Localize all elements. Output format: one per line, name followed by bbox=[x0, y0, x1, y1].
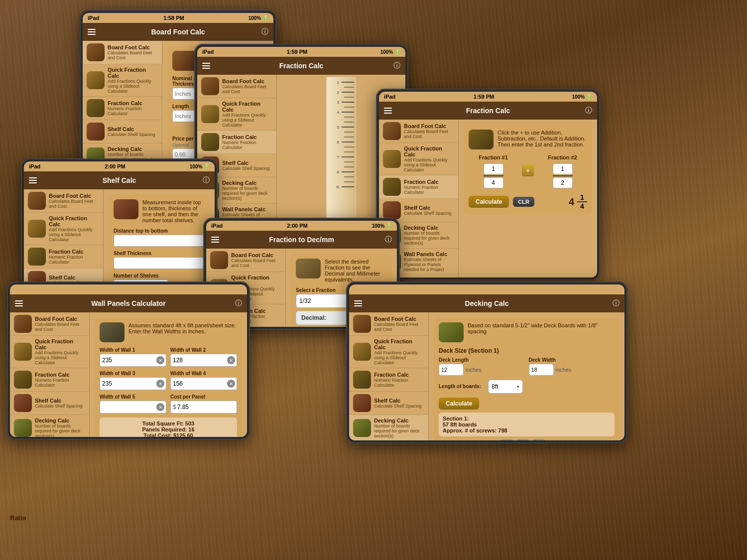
sidebar-item-fr-1[interactable]: Fraction Calc Numeric Fraction Calculato… bbox=[83, 97, 162, 120]
frac1-denominator[interactable] bbox=[484, 177, 503, 188]
app-header-4: Shelf Calc ⓘ bbox=[24, 171, 215, 189]
ipad-frame-fraction-2: iPad 1:59 PM 100% 🔋 Fraction Calc ⓘ Boar… bbox=[376, 89, 600, 280]
app-header-2: Fraction Calc ⓘ bbox=[197, 57, 405, 75]
info-icon-2[interactable]: ⓘ bbox=[393, 61, 400, 70]
sb2-qf[interactable]: Quick Fraction Calc Add Fractions Quickl… bbox=[197, 98, 276, 131]
sb7-bf[interactable]: Board Foot Calc Calculates Board Feet an… bbox=[349, 312, 428, 336]
sidebar-item-qf-1[interactable]: Quick Fraction Calc Add Fractions Quickl… bbox=[83, 64, 162, 97]
fraction-panel-desc: Click the + to use Addition, Subtraction… bbox=[498, 130, 587, 147]
svg-text:5: 5 bbox=[337, 125, 340, 130]
sb7-sh[interactable]: Shelf Calc Calculate Shelf Spacing bbox=[349, 392, 428, 415]
fraction-result-display: 4 1 4 bbox=[538, 193, 587, 210]
shelf-panel-header: Measurement inside top to bottom, thickn… bbox=[114, 199, 205, 223]
deck-list-btn[interactable]: ≡ bbox=[500, 439, 513, 440]
wall5-clear[interactable]: ✕ bbox=[156, 403, 164, 411]
app-header-5: Fraction to Dec/mm ⓘ bbox=[206, 231, 397, 249]
ipad-label-3: iPad bbox=[384, 94, 395, 100]
svg-text:8: 8 bbox=[337, 170, 340, 174]
shelf-thickness-input[interactable] bbox=[114, 257, 205, 269]
fraction-calculate-btn[interactable]: Calculate bbox=[469, 196, 509, 208]
info-icon-5[interactable]: ⓘ bbox=[385, 235, 392, 244]
ipad-label-4: iPad bbox=[29, 163, 40, 169]
sb3-bf[interactable]: Board Foot Calc Calculates Board Feet an… bbox=[379, 120, 458, 143]
shelf-panel-desc: Measurement inside top to bottom, thickn… bbox=[142, 199, 205, 223]
sidebar-6: Board Foot Calc Calculates Board Feet an… bbox=[10, 312, 90, 437]
sb6-sh[interactable]: Shelf Calc Calculate Shelf Spacing bbox=[10, 392, 89, 415]
hamburger-icon-1[interactable] bbox=[88, 29, 96, 35]
deck-section-title: Deck Size (Section 1) bbox=[439, 347, 615, 354]
deck-share-btn[interactable]: ↑ bbox=[516, 439, 529, 440]
app-title-6: Wall Panels Calculator bbox=[91, 299, 166, 307]
fraction-panel-icon bbox=[469, 130, 494, 149]
main-layout-7: Board Foot Calc Calculates Board Feet an… bbox=[349, 312, 624, 440]
app-title-3: Fraction Calc bbox=[466, 107, 510, 115]
deck-settings-btn[interactable]: ⚙ bbox=[532, 439, 545, 440]
wall2-clear[interactable]: ✕ bbox=[227, 356, 235, 364]
sb6-fr[interactable]: Fraction Calc Numeric Fraction Calculato… bbox=[10, 368, 89, 392]
deck-width-input[interactable] bbox=[529, 364, 554, 376]
sb7-fr[interactable]: Fraction Calc Numeric Fraction Calculato… bbox=[349, 368, 428, 392]
shelf-panel-icon bbox=[114, 199, 138, 219]
hamburger-icon-6[interactable] bbox=[15, 300, 23, 306]
battery-2: 100% 🔋 bbox=[380, 49, 400, 55]
main-content-3: Click the + to use Addition, Subtraction… bbox=[459, 120, 597, 278]
sidebar-7: Board Foot Calc Calculates Board Feet an… bbox=[349, 312, 429, 440]
sb6-bf[interactable]: Board Foot Calc Calculates Board Feet an… bbox=[10, 312, 89, 336]
sb5-bf[interactable]: Board Foot Calc Calculates Board Feet an… bbox=[206, 249, 285, 272]
sb7-qf[interactable]: Quick Fraction Calc Add Fractions Quickl… bbox=[349, 336, 428, 368]
sb2-bf[interactable]: Board Foot Calc Calculates Board Feet an… bbox=[197, 75, 276, 98]
deck-length-input[interactable] bbox=[439, 364, 464, 376]
sidebar-icon-sh-1 bbox=[87, 123, 105, 140]
svg-text:1: 1 bbox=[337, 80, 340, 85]
ipad-label: iPad bbox=[88, 15, 99, 21]
wall4-input-group: ✕ bbox=[170, 377, 237, 390]
sb4-qf[interactable]: Quick Fraction Calc Add Fractions Quickl… bbox=[24, 213, 103, 245]
sb4-fr[interactable]: Fraction Calc Numeric Fraction Calculato… bbox=[24, 245, 103, 269]
time-2: 1:59 PM bbox=[287, 49, 308, 55]
svg-text:3: 3 bbox=[337, 100, 340, 105]
time-4: 2:00 PM bbox=[105, 163, 125, 169]
sb7-dk[interactable]: Decking Calc Number of boards required f… bbox=[349, 415, 428, 440]
panel-icon-1 bbox=[172, 51, 197, 71]
info-icon-3[interactable]: ⓘ bbox=[585, 106, 592, 115]
wall4-clear[interactable]: ✕ bbox=[227, 380, 235, 388]
info-icon-1[interactable]: ⓘ bbox=[261, 27, 268, 36]
deck-calculate-btn[interactable]: Calculate bbox=[439, 398, 479, 410]
wall1-input-group: ✕ bbox=[100, 354, 166, 367]
cost-per-panel-input[interactable] bbox=[177, 404, 235, 411]
svg-text:2: 2 bbox=[337, 90, 340, 95]
sb2-fr[interactable]: Fraction Calc Numeric Fraction Calculato… bbox=[197, 131, 276, 154]
sb3-qf[interactable]: Quick Fraction Calc Add Fractions Quickl… bbox=[379, 143, 458, 175]
shelf-distance-input[interactable] bbox=[114, 235, 205, 247]
sb6-qf[interactable]: Quick Fraction Calc Add Fractions Quickl… bbox=[10, 336, 89, 368]
fraction-panel-header: Click the + to use Addition, Subtraction… bbox=[469, 130, 587, 149]
info-icon-6[interactable]: ⓘ bbox=[235, 299, 242, 308]
info-icon-4[interactable]: ⓘ bbox=[203, 176, 210, 185]
app-title-5: Fraction to Dec/mm bbox=[269, 236, 334, 244]
svg-text:7: 7 bbox=[337, 155, 340, 159]
frac2-numerator[interactable] bbox=[553, 163, 573, 174]
battery-1: 100% 🔋 bbox=[249, 15, 268, 21]
sb3-fr[interactable]: Fraction Calc Numeric Fraction Calculato… bbox=[379, 175, 458, 199]
hamburger-icon-3[interactable] bbox=[384, 108, 392, 114]
sb4-bf[interactable]: Board Foot Calc Calculates Board Feet an… bbox=[24, 189, 103, 213]
hamburger-icon-5[interactable] bbox=[211, 237, 219, 243]
sidebar-item-sh-1[interactable]: Shelf Calc Calculate Shelf Spacing bbox=[83, 120, 162, 143]
hamburger-icon-4[interactable] bbox=[29, 177, 37, 183]
sidebar-item-board-foot-1[interactable]: Board Foot Calc Calculates Board Feet an… bbox=[83, 41, 162, 64]
ipad-frame-decking: iPad 2:00 🔋 Decking Calc ⓘ Board Foot Ca… bbox=[346, 281, 627, 443]
hamburger-icon-7[interactable] bbox=[354, 300, 362, 306]
info-icon-7[interactable]: ⓘ bbox=[613, 299, 620, 308]
wall1-clear[interactable]: ✕ bbox=[156, 356, 164, 364]
wall3-clear[interactable]: ✕ bbox=[156, 380, 164, 388]
board-length-select[interactable]: 8ft 10ft 12ft 16ft bbox=[488, 380, 523, 394]
shelf-thickness-row: Shelf Thickness bbox=[114, 251, 205, 269]
fraction-clr-btn[interactable]: CLR bbox=[513, 197, 534, 207]
shelf-distance-row: Distance top to bottom bbox=[114, 228, 205, 247]
frac1-numerator[interactable] bbox=[484, 163, 503, 174]
fraction-inputs-row: Fraction #1 + Fraction #2 bbox=[469, 154, 587, 188]
frac2-denominator[interactable] bbox=[553, 177, 573, 188]
sb6-dk[interactable]: Decking Calc Number of boards required f… bbox=[10, 415, 89, 437]
hamburger-icon-2[interactable] bbox=[202, 63, 210, 69]
add-op-btn[interactable]: + bbox=[522, 164, 534, 176]
